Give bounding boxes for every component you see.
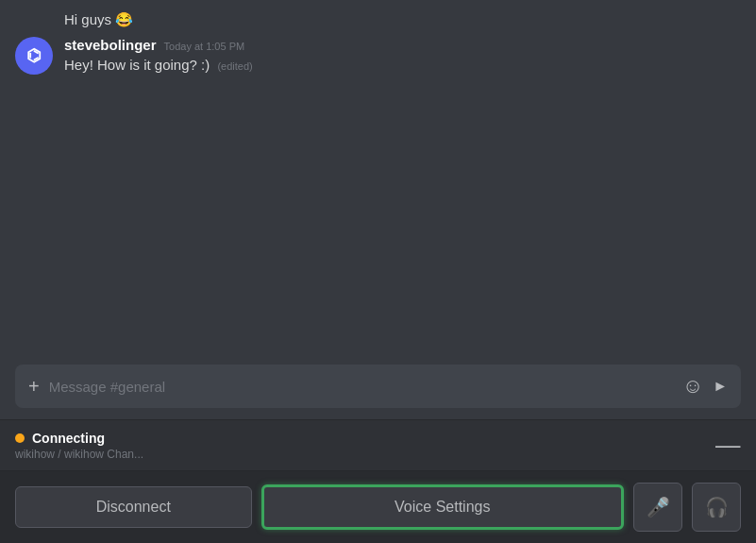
message-input-placeholder[interactable]: Message #general bbox=[49, 379, 673, 395]
message-header-2: stevebolinger Today at 1:05 PM bbox=[64, 37, 253, 53]
send-button[interactable]: ► bbox=[713, 378, 728, 395]
message-body-2: Hey! How is it going? :) bbox=[64, 57, 210, 73]
discord-logo-icon: ⌬ bbox=[26, 45, 42, 66]
deafen-button[interactable]: 🎧 bbox=[692, 483, 741, 532]
action-bar: Disconnect Voice Settings 🎤 🎧 bbox=[0, 470, 756, 543]
message-row-1: Hi guys 😂 bbox=[15, 9, 741, 29]
disconnect-button[interactable]: Disconnect bbox=[15, 486, 252, 528]
avatar-stevebolinger: ⌬ bbox=[15, 37, 53, 75]
headphone-icon: 🎧 bbox=[705, 496, 729, 518]
chat-area: Hi guys 😂 ⌬ stevebolinger Today at 1:05 … bbox=[0, 0, 756, 365]
connecting-text: Connecting bbox=[32, 431, 105, 446]
message-text-2: Hey! How is it going? :) (edited) bbox=[64, 55, 253, 75]
message-input-box: + Message #general ☺ ► bbox=[15, 365, 741, 408]
emoji-button[interactable]: ☺ bbox=[682, 374, 703, 399]
add-attachment-button[interactable]: + bbox=[28, 376, 40, 398]
message-content-2: stevebolinger Today at 1:05 PM Hey! How … bbox=[64, 37, 253, 75]
mute-button[interactable]: 🎤 bbox=[633, 483, 682, 532]
mic-icon: 🎤 bbox=[647, 496, 670, 518]
edited-tag: (edited) bbox=[217, 60, 252, 72]
connecting-dot-icon bbox=[15, 433, 25, 443]
voice-status: Connecting wikihow / wikihow Chan... bbox=[15, 431, 143, 461]
voice-settings-button[interactable]: Voice Settings bbox=[261, 484, 624, 530]
input-area: + Message #general ☺ ► bbox=[0, 365, 756, 419]
voice-status-row: Connecting bbox=[15, 431, 143, 446]
message-text-1: Hi guys 😂 bbox=[64, 9, 741, 29]
timestamp-2: Today at 1:05 PM bbox=[164, 41, 245, 52]
message-row-2: ⌬ stevebolinger Today at 1:05 PM Hey! Ho… bbox=[15, 37, 741, 75]
app-container: Hi guys 😂 ⌬ stevebolinger Today at 1:05 … bbox=[0, 0, 756, 543]
voice-bar: Connecting wikihow / wikihow Chan... ⸻ bbox=[0, 419, 756, 470]
loading-spinner-icon: ⸻ bbox=[714, 430, 741, 461]
username-2: stevebolinger bbox=[64, 37, 157, 53]
voice-channel-text: wikihow / wikihow Chan... bbox=[15, 448, 143, 461]
